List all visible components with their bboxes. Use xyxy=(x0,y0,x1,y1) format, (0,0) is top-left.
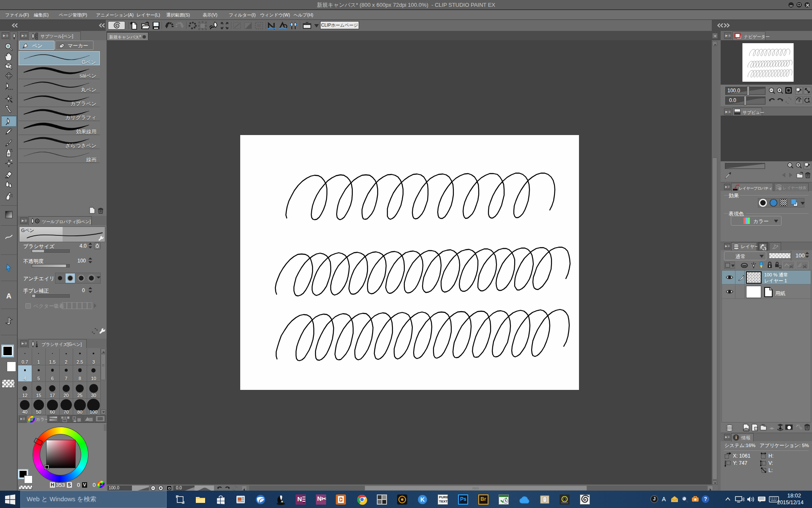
svg-text:A: A xyxy=(6,292,11,300)
svg-text:K: K xyxy=(420,496,425,503)
